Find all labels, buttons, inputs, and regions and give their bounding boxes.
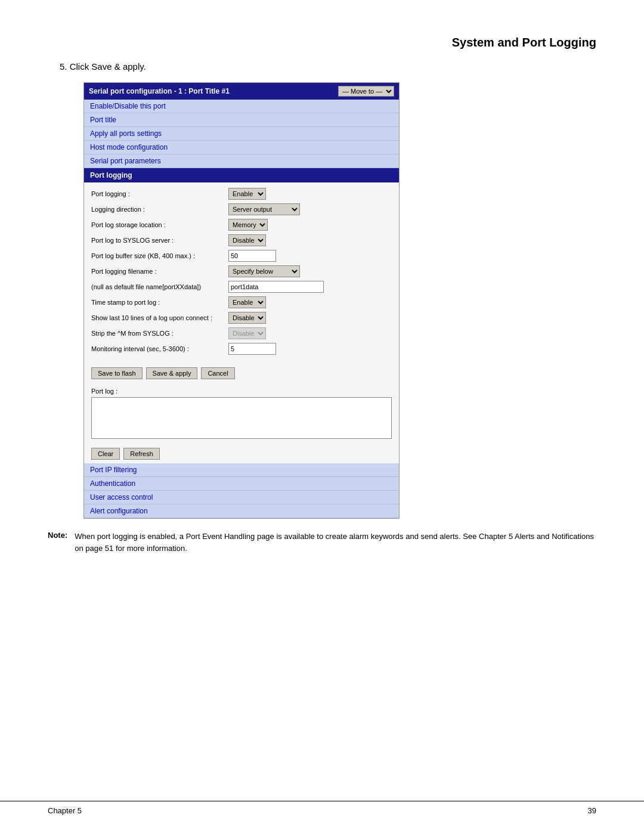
form-row-port-logging: Port logging : Enable Disable xyxy=(91,187,392,200)
label-default-filename: (null as default file name[portXXdata]) xyxy=(91,283,228,290)
label-buffer-size: Port log buffer size (KB, 400 max.) : xyxy=(91,252,228,259)
nav-item-apply-all[interactable]: Apply all ports settings xyxy=(84,127,399,141)
select-strip-cm[interactable]: Disable Enable xyxy=(228,327,266,339)
nav-item-authentication[interactable]: Authentication xyxy=(84,477,399,491)
section-header-port-logging: Port logging xyxy=(84,168,399,182)
nav-item-port-ip-filtering[interactable]: Port IP filtering xyxy=(84,463,399,477)
nav-item-host-mode[interactable]: Host mode configuration xyxy=(84,141,399,154)
label-show-last: Show last 10 lines of a log upon connect… xyxy=(91,314,228,321)
page-footer: Chapter 5 39 xyxy=(0,801,644,815)
log-button-row: Clear Refresh xyxy=(84,444,399,463)
form-row-storage-location: Port log storage location : Memory Flash xyxy=(91,218,392,231)
port-log-label: Port log : xyxy=(91,388,392,395)
label-storage-location: Port log storage location : xyxy=(91,221,228,228)
config-panel: Serial port configuration - 1 : Port Tit… xyxy=(83,82,400,519)
form-row-show-last: Show last 10 lines of a log upon connect… xyxy=(91,311,392,324)
label-strip-cm: Strip the ^M from SYSLOG : xyxy=(91,330,228,337)
nav-item-serial-params[interactable]: Serial port parameters xyxy=(84,154,399,168)
note-text: When port logging is enabled, a Port Eve… xyxy=(75,531,596,554)
label-timestamp: Time stamp to port log : xyxy=(91,299,228,306)
label-filename: Port logging filename : xyxy=(91,268,228,275)
input-monitoring-interval[interactable] xyxy=(228,343,276,355)
nav-item-enable-disable[interactable]: Enable/Disable this port xyxy=(84,100,399,113)
step-instruction: 5. Click Save & apply. xyxy=(60,61,596,72)
note-section: Note: When port logging is enabled, a Po… xyxy=(48,531,596,554)
action-button-row: Save to flash Save & apply Cancel xyxy=(84,363,399,384)
select-timestamp[interactable]: Enable Disable xyxy=(228,296,266,308)
form-row-filename: Port logging filename : Specify below Au… xyxy=(91,265,392,278)
form-row-syslog-server: Port log to SYSLOG server : Disable Enab… xyxy=(91,234,392,247)
save-apply-button[interactable]: Save & apply xyxy=(146,367,198,379)
label-port-logging: Port logging : xyxy=(91,190,228,197)
select-storage-location[interactable]: Memory Flash xyxy=(228,219,268,231)
cancel-button[interactable]: Cancel xyxy=(201,367,234,379)
port-log-textarea[interactable] xyxy=(91,397,392,439)
step-label: Click Save & apply. xyxy=(70,61,146,72)
label-monitoring-interval: Monitoring interval (sec, 5-3600) : xyxy=(91,345,228,352)
select-syslog-server[interactable]: Disable Enable xyxy=(228,234,266,246)
input-buffer-size[interactable] xyxy=(228,250,276,262)
form-row-buffer-size: Port log buffer size (KB, 400 max.) : xyxy=(91,249,392,262)
form-row-monitoring-interval: Monitoring interval (sec, 5-3600) : xyxy=(91,342,392,355)
step-number: 5. xyxy=(60,61,67,72)
config-title-bar: Serial port configuration - 1 : Port Tit… xyxy=(84,83,399,100)
form-row-timestamp: Time stamp to port log : Enable Disable xyxy=(91,296,392,309)
nav-item-alert-config[interactable]: Alert configuration xyxy=(84,504,399,518)
footer-left: Chapter 5 xyxy=(48,806,82,815)
note-label: Note: xyxy=(48,531,67,540)
nav-item-port-title[interactable]: Port title xyxy=(84,113,399,127)
page-title: System and Port Logging xyxy=(0,0,644,61)
move-to-select[interactable]: — Move to — xyxy=(338,86,394,97)
refresh-button[interactable]: Refresh xyxy=(123,448,160,460)
input-default-filename[interactable] xyxy=(228,281,324,293)
select-logging-direction[interactable]: Server output Local xyxy=(228,203,300,215)
footer-right: 39 xyxy=(588,806,596,815)
label-syslog-server: Port log to SYSLOG server : xyxy=(91,237,228,244)
form-area: Port logging : Enable Disable Logging di… xyxy=(84,182,399,363)
save-to-flash-button[interactable]: Save to flash xyxy=(91,367,143,379)
nav-item-user-access[interactable]: User access control xyxy=(84,491,399,504)
form-row-logging-direction: Logging direction : Server output Local xyxy=(91,203,392,216)
select-filename[interactable]: Specify below Auto xyxy=(228,265,300,277)
form-row-default-filename: (null as default file name[portXXdata]) xyxy=(91,280,392,293)
form-row-strip-cm: Strip the ^M from SYSLOG : Disable Enabl… xyxy=(91,327,392,340)
select-show-last[interactable]: Disable Enable xyxy=(228,312,266,324)
port-log-section: Port log : xyxy=(84,384,399,444)
select-port-logging[interactable]: Enable Disable xyxy=(228,188,266,200)
config-panel-title: Serial port configuration - 1 : Port Tit… xyxy=(89,87,230,95)
clear-button[interactable]: Clear xyxy=(91,448,120,460)
label-logging-direction: Logging direction : xyxy=(91,206,228,213)
